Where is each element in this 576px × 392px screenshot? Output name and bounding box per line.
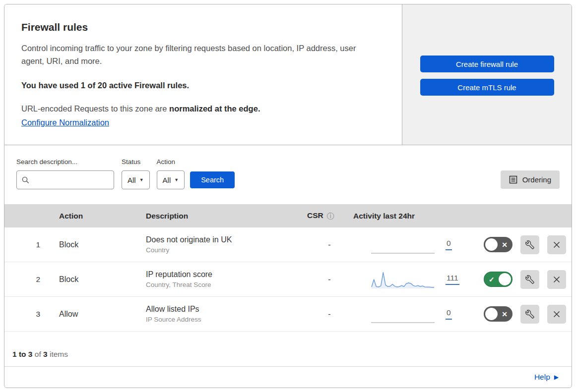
- help-row: Help ▶: [4, 367, 572, 388]
- rule-activity-cell: 0: [352, 304, 472, 324]
- header-activity: Activity last 24hr: [352, 212, 472, 221]
- status-dropdown-value: All: [128, 176, 136, 184]
- wrench-icon: [525, 240, 534, 249]
- table-body: 1 Block Does not originate in UK Country…: [4, 227, 572, 332]
- page-description: Control incoming traffic to your zone by…: [21, 42, 381, 67]
- rule-description: Does not originate in UK: [146, 235, 297, 244]
- action-label: Action: [157, 158, 185, 166]
- table-row: 3 Allow Allow listed IPs IP Source Addre…: [4, 297, 572, 332]
- check-icon: ✓: [489, 276, 495, 283]
- ordering-button[interactable]: Ordering: [501, 170, 560, 189]
- chevron-down-icon: ▼: [174, 177, 179, 182]
- edit-rule-button[interactable]: [520, 270, 539, 289]
- close-icon: [553, 276, 561, 283]
- search-box: [16, 170, 114, 189]
- wrench-icon: [525, 275, 534, 284]
- filter-bar: Search description... Status All ▼ Actio…: [4, 145, 572, 204]
- rule-number: 2: [4, 275, 49, 284]
- table-row: 2 Block IP reputation score Country, Thr…: [4, 262, 572, 297]
- search-label: Search description...: [16, 158, 114, 166]
- normalization-note: URL-encoded Requests to this zone are no…: [21, 104, 382, 113]
- create-mtls-rule-button[interactable]: Create mTLS rule: [420, 79, 554, 96]
- close-icon: [553, 241, 561, 249]
- rule-action: Allow: [49, 310, 136, 319]
- toggle-knob: [485, 238, 498, 251]
- activity-sparkline: [371, 270, 435, 289]
- header-csr-label: CSR: [307, 211, 323, 220]
- usage-summary: You have used 1 of 20 active Firewall ru…: [21, 81, 382, 90]
- firewall-rules-page: Firewall rules Control incoming traffic …: [4, 4, 572, 388]
- rule-activity-cell: 0: [352, 235, 472, 255]
- rule-csr-value: -: [297, 275, 352, 284]
- delete-rule-button[interactable]: [547, 235, 566, 254]
- delete-rule-button[interactable]: [547, 270, 566, 289]
- rule-number: 3: [4, 310, 49, 319]
- search-button-group: Search: [190, 158, 235, 188]
- rule-controls: ✓ ✕: [472, 235, 572, 254]
- rule-activity-cell: 111: [352, 270, 472, 289]
- rule-description-cell: Allow listed IPs IP Source Address: [136, 305, 297, 323]
- activity-count-link[interactable]: 0: [446, 239, 452, 250]
- top-section: Firewall rules Control incoming traffic …: [4, 4, 572, 145]
- header-action: Action: [49, 212, 136, 221]
- rule-fields: Country, Threat Score: [146, 281, 297, 288]
- items-range: 1 to 3 of 3 items: [12, 350, 68, 359]
- rule-csr-value: -: [297, 310, 352, 319]
- search-input[interactable]: [30, 175, 109, 184]
- intro-card: Firewall rules Control incoming traffic …: [4, 4, 402, 145]
- search-group: Search description...: [16, 158, 114, 189]
- x-icon: ✕: [502, 311, 508, 318]
- configure-normalization-link[interactable]: Configure Normalization: [21, 118, 109, 127]
- action-dropdown[interactable]: All ▼: [157, 170, 185, 189]
- activity-sparkline: [371, 304, 435, 324]
- rule-csr-value: -: [297, 240, 352, 249]
- rule-fields: Country: [146, 246, 297, 254]
- action-filter-group: Action All ▼: [157, 158, 185, 189]
- action-dropdown-value: All: [163, 176, 171, 184]
- header-csr: CSRⓘ: [297, 211, 352, 221]
- table-header: Action Description CSRⓘ Activity last 24…: [4, 204, 572, 227]
- status-label: Status: [122, 158, 150, 166]
- help-link[interactable]: Help ▶: [534, 373, 559, 382]
- rule-controls: ✓ ✕: [472, 305, 572, 324]
- ordering-list-icon: [509, 175, 517, 184]
- ordering-group: Ordering: [501, 158, 560, 189]
- chevron-down-icon: ▼: [139, 177, 144, 182]
- rule-controls: ✓ ✕: [472, 270, 572, 289]
- ordering-button-label: Ordering: [522, 175, 551, 184]
- edit-rule-button[interactable]: [520, 305, 539, 324]
- delete-rule-button[interactable]: [547, 305, 566, 324]
- rule-description: IP reputation score: [146, 270, 297, 279]
- close-icon: [553, 310, 561, 318]
- rule-description-cell: IP reputation score Country, Threat Scor…: [136, 270, 297, 288]
- activity-count-link[interactable]: 111: [446, 274, 459, 285]
- actions-panel: Create firewall rule Create mTLS rule: [402, 4, 572, 145]
- create-firewall-rule-button[interactable]: Create firewall rule: [420, 56, 554, 72]
- activity-count-link[interactable]: 0: [446, 308, 452, 320]
- search-button[interactable]: Search: [190, 171, 235, 188]
- rule-enable-toggle[interactable]: ✓ ✕: [484, 306, 512, 322]
- toggle-knob: [485, 308, 498, 320]
- info-icon[interactable]: ⓘ: [327, 212, 334, 220]
- help-label: Help: [534, 373, 550, 382]
- search-icon: [21, 176, 30, 184]
- x-icon: ✕: [502, 241, 508, 248]
- rule-number: 1: [4, 240, 49, 249]
- rule-fields: IP Source Address: [146, 316, 297, 323]
- normalization-bold-text: normalized at the edge.: [169, 104, 260, 113]
- rule-action: Block: [49, 240, 136, 249]
- items-count: 1 to 3 of 3 items: [4, 332, 572, 367]
- arrow-right-icon: ▶: [554, 374, 559, 380]
- rule-description-cell: Does not originate in UK Country: [136, 235, 297, 254]
- normalization-text: URL-encoded Requests to this zone are: [21, 104, 169, 113]
- page-title: Firewall rules: [21, 21, 382, 33]
- rule-enable-toggle[interactable]: ✓ ✕: [484, 272, 512, 287]
- status-dropdown[interactable]: All ▼: [122, 170, 150, 189]
- edit-rule-button[interactable]: [520, 235, 539, 254]
- header-description: Description: [136, 212, 297, 221]
- rule-enable-toggle[interactable]: ✓ ✕: [484, 237, 512, 252]
- rule-description: Allow listed IPs: [146, 305, 297, 314]
- rule-action: Block: [49, 275, 136, 284]
- toggle-knob: [499, 273, 511, 285]
- status-filter-group: Status All ▼: [122, 158, 150, 189]
